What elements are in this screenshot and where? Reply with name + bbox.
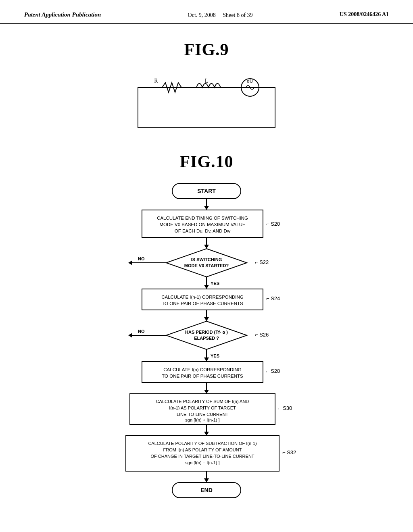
circuit-svg: R L eU xyxy=(122,67,291,132)
svg-marker-29 xyxy=(128,260,132,265)
svg-text:⌐ S30: ⌐ S30 xyxy=(278,405,292,411)
svg-text:LINE-TO-LINE CURRENT: LINE-TO-LINE CURRENT xyxy=(177,412,228,417)
svg-rect-31 xyxy=(142,289,263,310)
fig9-title: FIG.9 xyxy=(184,40,229,59)
svg-text:YES: YES xyxy=(211,353,219,358)
patent-number: US 2008/0246426 A1 xyxy=(340,11,389,18)
svg-text:CALCULATE I(n-1) CORRESPONDING: CALCULATE I(n-1) CORRESPONDING xyxy=(161,295,244,299)
svg-marker-26 xyxy=(204,285,209,289)
svg-text:YES: YES xyxy=(211,281,219,286)
svg-text:START: START xyxy=(197,188,216,194)
header-center: Oct. 9, 2008 Sheet 8 of 39 xyxy=(188,11,253,19)
svg-text:MODE V0 STARTED?: MODE V0 STARTED? xyxy=(184,263,229,268)
svg-text:OF EACH Du, Dv, AND Dw: OF EACH Du, Dv, AND Dw xyxy=(175,229,231,233)
flowchart: START CALCULATE END TIMING OF SWITCHING … xyxy=(98,179,315,532)
svg-text:IS SWITCHING: IS SWITCHING xyxy=(191,257,222,262)
svg-text:NO: NO xyxy=(138,256,145,261)
flowchart-svg: START CALCULATE END TIMING OF SWITCHING … xyxy=(98,179,315,532)
svg-text:sgn [I(n) + I(n-1) ]: sgn [I(n) + I(n-1) ] xyxy=(185,418,219,422)
svg-text:CALCULATE POLARITY OF SUM OF I: CALCULATE POLARITY OF SUM OF I(n) AND xyxy=(156,399,249,404)
svg-text:FROM  I(n) AS POLARITY OF AMOU: FROM I(n) AS POLARITY OF AMOUNT xyxy=(163,447,242,452)
svg-text:NO: NO xyxy=(138,329,145,334)
svg-text:MODE V0 BASED ON MAXIMUM VALUE: MODE V0 BASED ON MAXIMUM VALUE xyxy=(159,222,246,227)
publication-date: Oct. 9, 2008 xyxy=(188,12,216,18)
svg-text:HAS PERIOD (Tf- α ): HAS PERIOD (Tf- α ) xyxy=(185,330,228,335)
svg-marker-42 xyxy=(204,357,209,362)
svg-text:TO ONE PAIR OF PHASE CURRENTS: TO ONE PAIR OF PHASE CURRENTS xyxy=(162,374,243,378)
svg-text:OF CHANGE IN TARGET LINE-TO-LI: OF CHANGE IN TARGET LINE-TO-LINE CURRENT xyxy=(150,454,254,459)
svg-marker-52 xyxy=(204,390,209,394)
svg-text:sgn [I(n) − I(n-1) ]: sgn [I(n) − I(n-1) ] xyxy=(185,460,219,465)
svg-rect-47 xyxy=(142,362,263,382)
svg-text:⌐ S24: ⌐ S24 xyxy=(266,295,280,301)
sheet-info: Sheet 8 of 39 xyxy=(223,12,252,18)
svg-text:ELAPSED ?: ELAPSED ? xyxy=(194,336,219,341)
svg-marker-21 xyxy=(166,249,247,277)
svg-text:⌐ S26: ⌐ S26 xyxy=(255,332,269,338)
svg-text:⌐ S28: ⌐ S28 xyxy=(266,368,280,374)
svg-text:⌐ S22: ⌐ S22 xyxy=(255,259,269,265)
svg-marker-68 xyxy=(204,478,209,482)
main-content: FIG.9 R L eU xyxy=(0,24,413,532)
svg-text:R: R xyxy=(154,78,158,84)
svg-text:TO ONE PAIR OF PHASE CURRENTS: TO ONE PAIR OF PHASE CURRENTS xyxy=(162,301,243,306)
svg-text:⌐ S32: ⌐ S32 xyxy=(282,449,296,455)
svg-marker-12 xyxy=(204,206,209,210)
publication-title: Patent Application Publication xyxy=(24,11,101,18)
fig10-title: FIG.10 xyxy=(179,152,233,171)
svg-text:END: END xyxy=(200,487,213,493)
svg-text:CALCULATE POLARITY OF SUBTRACT: CALCULATE POLARITY OF SUBTRACTION OF I(n… xyxy=(148,441,257,446)
svg-text:CALCULATE END TIMING  OF SWITC: CALCULATE END TIMING OF SWITCHING xyxy=(157,216,248,220)
svg-text:L: L xyxy=(205,78,209,84)
svg-text:CALCULATE  I(n) CORRESPONDING: CALCULATE I(n) CORRESPONDING xyxy=(163,367,241,372)
svg-rect-0 xyxy=(138,87,275,128)
svg-marker-45 xyxy=(128,333,132,338)
svg-marker-37 xyxy=(166,321,247,349)
circuit-diagram: R L eU xyxy=(122,67,291,132)
svg-text:I(n-1) AS POLARITY OF TARGET: I(n-1) AS POLARITY OF TARGET xyxy=(169,405,236,410)
svg-text:⌐ S20: ⌐ S20 xyxy=(266,221,280,227)
page-header: Patent Application Publication Oct. 9, 2… xyxy=(0,0,413,24)
svg-marker-20 xyxy=(204,245,209,249)
svg-marker-36 xyxy=(204,317,209,321)
svg-marker-60 xyxy=(204,432,209,436)
